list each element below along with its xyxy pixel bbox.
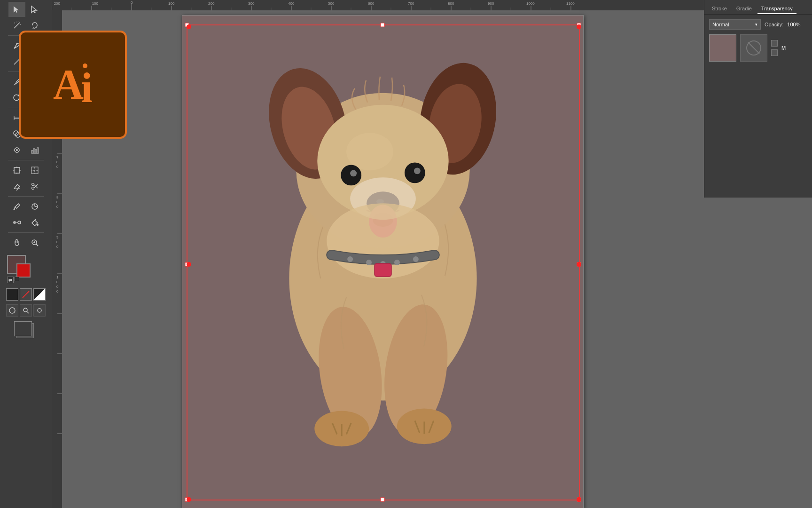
svg-text:1000: 1000	[526, 1, 535, 6]
ai-letter-i: i	[81, 70, 93, 106]
hand-tool[interactable]	[8, 235, 25, 250]
ai-letter-i-group: i	[81, 64, 93, 106]
svg-marker-73	[31, 6, 37, 13]
tool-row-hand	[0, 235, 52, 250]
artboard[interactable]	[182, 15, 584, 508]
paint-bucket-tool[interactable]	[26, 215, 43, 230]
tool-row-select	[0, 2, 52, 17]
stroke-swatch[interactable]	[16, 263, 31, 278]
svg-text:0: 0	[56, 200, 59, 204]
slice-tool[interactable]	[26, 163, 43, 178]
zoom-tool[interactable]	[26, 235, 43, 250]
svg-text:100: 100	[168, 1, 175, 6]
blend-mode-chevron: ▾	[755, 22, 757, 27]
blend-tool[interactable]	[8, 215, 25, 230]
mask-thumbnail[interactable]	[740, 34, 767, 62]
svg-text:300: 300	[248, 1, 255, 6]
svg-line-75	[14, 23, 15, 24]
tab-stroke[interactable]: Stroke	[708, 4, 731, 14]
tool-row-blend	[0, 215, 52, 230]
top-ruler: -200 -100 0 100 200 300 400 500 600 700 …	[52, 0, 812, 10]
artboard-stack	[14, 321, 38, 340]
checkbox-1[interactable]	[771, 40, 778, 47]
ai-logo-content: A i	[53, 64, 93, 106]
zoom-level-icon[interactable]	[20, 304, 32, 317]
svg-text:500: 500	[328, 1, 335, 6]
color-swatch-black[interactable]	[6, 288, 18, 301]
svg-line-191	[748, 42, 759, 54]
direct-select-tool[interactable]	[26, 2, 43, 17]
svg-point-122	[14, 209, 15, 210]
svg-text:0: 0	[56, 165, 59, 169]
separator-6	[8, 232, 44, 233]
svg-point-118	[32, 187, 34, 190]
thumbnail-row: M	[709, 34, 807, 62]
layer-thumbnail[interactable]	[709, 34, 736, 62]
svg-point-79	[16, 43, 18, 45]
svg-text:0: 0	[131, 0, 133, 5]
bottom-swatch-row	[6, 288, 46, 301]
screen-mode-icon[interactable]	[6, 304, 18, 317]
dog-artwork	[182, 16, 583, 508]
symbol-sprayer-tool[interactable]	[8, 143, 25, 158]
svg-line-135	[23, 291, 29, 298]
panel-content: Normal ▾ Opacity: 100% M	[704, 15, 812, 66]
svg-text:1: 1	[56, 275, 59, 279]
swap-colors-btn[interactable]: ⇄	[7, 277, 14, 283]
view-mode-icon[interactable]	[33, 304, 46, 317]
svg-text:400: 400	[288, 1, 295, 6]
eyedropper-tool[interactable]	[8, 199, 25, 214]
svg-text:0: 0	[56, 160, 59, 164]
svg-point-151	[350, 170, 357, 176]
svg-rect-104	[31, 151, 33, 153]
opacity-label: Opacity:	[765, 22, 783, 27]
svg-text:0: 0	[56, 280, 59, 284]
svg-point-152	[414, 167, 421, 174]
measure-tool[interactable]	[26, 199, 43, 214]
svg-marker-76	[18, 22, 19, 22]
tab-gradient[interactable]: Gradie	[733, 4, 756, 14]
svg-marker-72	[14, 6, 19, 13]
color-swatch-gradient[interactable]	[33, 288, 46, 301]
svg-text:0: 0	[56, 245, 59, 249]
panel-tabs: Stroke Gradie Transparency	[704, 0, 812, 15]
svg-text:0: 0	[56, 240, 59, 244]
tab-transparency[interactable]: Transparency	[757, 4, 796, 14]
separator-4	[8, 160, 44, 160]
svg-text:700: 700	[408, 1, 414, 6]
svg-marker-77	[20, 24, 21, 25]
checkbox-2[interactable]	[771, 49, 778, 56]
scissors-tool[interactable]	[26, 179, 43, 194]
canvas-area	[62, 10, 812, 508]
tool-row-artboard	[0, 163, 52, 178]
svg-point-136	[9, 308, 15, 313]
svg-text:0: 0	[56, 289, 59, 294]
select-tool[interactable]	[8, 2, 25, 17]
svg-text:1100: 1100	[566, 1, 575, 6]
svg-text:9: 9	[56, 235, 59, 239]
artboard-tool[interactable]	[8, 163, 25, 178]
svg-rect-105	[33, 149, 35, 153]
default-colors-btn[interactable]	[15, 277, 19, 281]
svg-rect-107	[37, 148, 39, 153]
svg-point-127	[18, 221, 21, 224]
color-swatch-none[interactable]	[20, 288, 32, 301]
tool-row-symbol	[0, 143, 52, 158]
color-swatches: ⇄	[7, 255, 45, 286]
svg-point-137	[23, 308, 27, 312]
artboard-layer-front[interactable]	[14, 321, 32, 336]
svg-text:0: 0	[56, 205, 59, 209]
eraser-tool[interactable]	[8, 179, 25, 194]
svg-rect-106	[35, 150, 37, 153]
make-mask-button[interactable]: M	[781, 45, 786, 51]
blend-mode-dropdown[interactable]: Normal ▾	[709, 19, 761, 30]
svg-text:800: 800	[448, 1, 454, 6]
blend-mode-value: Normal	[712, 22, 729, 27]
svg-rect-108	[14, 167, 20, 173]
thumbnail-checkboxes	[771, 40, 778, 56]
svg-point-159	[347, 256, 353, 262]
svg-text:900: 900	[488, 1, 494, 6]
svg-point-160	[366, 260, 372, 265]
svg-point-163	[413, 256, 419, 262]
column-graph-tool[interactable]	[26, 143, 43, 158]
